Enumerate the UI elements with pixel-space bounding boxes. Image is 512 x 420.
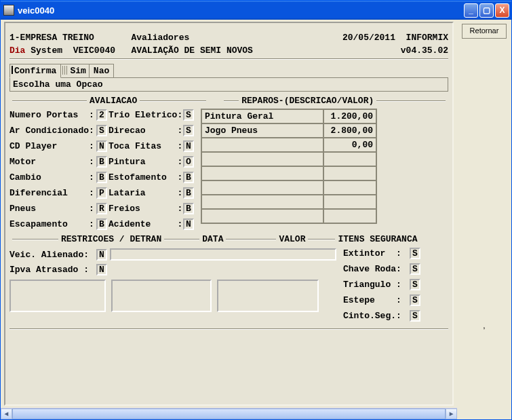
reparos-row[interactable] xyxy=(201,180,376,195)
tab-sim[interactable]: Sim xyxy=(60,64,89,78)
horizontal-scrollbar[interactable]: ◄ ► xyxy=(1,408,457,419)
avaliacao-row: Acidente :N xyxy=(109,218,194,230)
reparo-desc[interactable]: Jogo Pneus xyxy=(201,123,323,138)
itens-value[interactable]: S xyxy=(410,248,420,259)
reparo-valor[interactable] xyxy=(323,166,376,180)
alienado-text[interactable] xyxy=(110,248,336,261)
itens-row: Extintor :S xyxy=(343,247,448,259)
itens-value[interactable]: S xyxy=(410,294,420,306)
tab-confirma[interactable]: Confirma xyxy=(9,64,61,78)
page-label: Avaliadores xyxy=(131,33,189,43)
avaliacao-label: Ar Condicionado: xyxy=(9,126,96,136)
reparo-desc[interactable]: Pintura Geral xyxy=(201,109,323,123)
reparo-desc[interactable] xyxy=(201,138,323,152)
prompt-bar: Escolha uma Opcao xyxy=(9,77,448,92)
reparos-row[interactable] xyxy=(201,166,376,180)
retornar-button[interactable]: Retornar xyxy=(462,24,507,39)
detail-box-3[interactable] xyxy=(217,280,319,312)
scroll-right-button[interactable]: ► xyxy=(446,408,457,419)
avaliacao-row: Trio Eletrico:S xyxy=(109,109,194,121)
avaliacao-value[interactable]: B xyxy=(183,203,194,214)
itens-row: Triangulo :S xyxy=(343,278,448,290)
avaliacao-value[interactable]: 2 xyxy=(96,109,107,121)
reparo-valor[interactable]: 0,00 xyxy=(323,138,376,152)
avaliacao-label: Trio Eletrico: xyxy=(109,110,183,120)
avaliacao-row: Ar Condicionado:S xyxy=(9,124,107,136)
tab-nao[interactable]: Nao xyxy=(89,64,114,78)
reparo-valor[interactable] xyxy=(323,180,376,195)
avaliacao-value[interactable]: N xyxy=(183,140,194,152)
avaliacao-value[interactable]: O xyxy=(183,156,194,168)
avaliacao-value[interactable]: B xyxy=(96,156,107,168)
main-panel: 1-EMPRESA TREINO Avaliadores 20/05/2011 … xyxy=(1,20,457,419)
ipva-value[interactable]: N xyxy=(96,264,107,275)
scroll-left-button[interactable]: ◄ xyxy=(1,408,12,419)
system-label: System xyxy=(31,45,62,56)
itens-seguranca-list: Extintor :SChave Roda:STriangulo :SEstep… xyxy=(343,247,448,322)
itens-label: Chave Roda: xyxy=(343,264,410,274)
avaliacao-label: Pneus : xyxy=(9,204,96,214)
avaliacao-row: Cambio :B xyxy=(9,171,107,183)
itens-value[interactable]: S xyxy=(410,310,420,322)
itens-value[interactable]: S xyxy=(410,279,420,290)
reparo-desc[interactable] xyxy=(201,180,323,195)
section-valor-title: VALOR xyxy=(279,234,305,244)
itens-row: Chave Roda:S xyxy=(343,263,448,275)
detail-box-2[interactable] xyxy=(111,280,212,312)
reparo-desc[interactable] xyxy=(201,152,323,166)
avaliacao-value[interactable]: N xyxy=(96,140,107,152)
avaliacao-row: Motor :B xyxy=(9,155,107,168)
ipva-label: Ipva Atrasado : xyxy=(9,265,96,275)
reparo-valor[interactable]: 2.800,00 xyxy=(323,123,376,138)
detail-box-1[interactable] xyxy=(9,280,106,312)
header-db: INFORMIX xyxy=(406,33,448,43)
maximize-button[interactable]: ▢ xyxy=(479,3,494,18)
avaliacao-row: Freios :B xyxy=(109,202,194,214)
scroll-thumb[interactable] xyxy=(12,408,446,419)
avaliacao-value[interactable]: R xyxy=(96,203,107,214)
reparo-valor[interactable]: 1.200,00 xyxy=(323,109,376,123)
alienado-value[interactable]: N xyxy=(96,249,107,261)
avaliacao-row: CD Player :N xyxy=(9,140,107,152)
action-tabs: Confirma Sim Nao xyxy=(9,64,451,78)
avaliacao-value[interactable]: B xyxy=(96,218,107,230)
avaliacao-value[interactable]: B xyxy=(183,187,194,199)
app-window: veic0040 _ ▢ X 1-EMPRESA TREINO Avaliado… xyxy=(0,0,512,420)
close-button[interactable]: X xyxy=(495,3,509,18)
avaliacao-row: Pintura :O xyxy=(109,155,194,168)
minimize-button[interactable]: _ xyxy=(464,3,478,18)
grip-icon xyxy=(62,66,68,75)
prompt-text: Escolha uma Opcao xyxy=(13,79,103,90)
avaliacao-label: Diferencial : xyxy=(9,188,96,198)
reparo-desc[interactable] xyxy=(201,166,323,180)
avaliacao-value[interactable]: S xyxy=(183,125,194,136)
window-title: veic0040 xyxy=(18,5,462,16)
avaliacao-label: Numero Portas : xyxy=(9,110,96,120)
avaliacao-row: Estofamento :B xyxy=(109,171,194,183)
reparo-valor[interactable] xyxy=(323,209,376,223)
avaliacao-value[interactable]: P xyxy=(96,187,107,199)
reparos-row[interactable] xyxy=(201,195,376,209)
avaliacao-value[interactable]: B xyxy=(96,172,107,183)
itens-value[interactable]: S xyxy=(410,263,420,275)
reparo-valor[interactable] xyxy=(323,195,376,209)
program-code: VEIC0040 xyxy=(73,45,115,56)
reparo-valor[interactable] xyxy=(323,152,376,166)
avaliacao-value[interactable]: S xyxy=(183,109,194,121)
avaliacao-label: Motor : xyxy=(9,157,96,167)
avaliacao-label: CD Player : xyxy=(9,141,96,151)
reparos-row[interactable]: Jogo Pneus2.800,00 xyxy=(201,123,376,138)
reparos-row[interactable]: Pintura Geral1.200,00 xyxy=(201,109,376,123)
reparo-desc[interactable] xyxy=(201,195,323,209)
terminal: 1-EMPRESA TREINO Avaliadores 20/05/2011 … xyxy=(7,24,451,404)
avaliacao-value[interactable]: N xyxy=(183,218,194,230)
avaliacao-value[interactable]: S xyxy=(96,125,107,136)
reparos-row[interactable]: 0,00 xyxy=(201,138,376,152)
reparos-row[interactable] xyxy=(201,152,376,166)
avaliacao-value[interactable]: B xyxy=(183,172,194,183)
reparo-desc[interactable] xyxy=(201,209,323,223)
section-itens-title: ITENS SEGURANCA xyxy=(338,234,417,244)
reparos-row[interactable] xyxy=(201,209,376,223)
itens-label: Extintor : xyxy=(343,248,410,259)
itens-row: Estepe :S xyxy=(343,294,448,306)
